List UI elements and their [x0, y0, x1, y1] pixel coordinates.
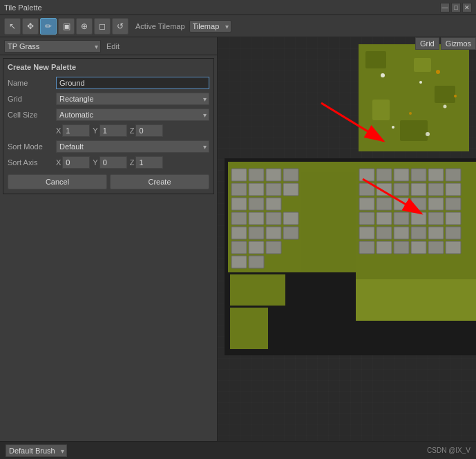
svg-rect-34 — [249, 227, 264, 239]
brush-select[interactable]: Default Brush — [6, 444, 67, 457]
svg-rect-20 — [266, 169, 281, 181]
svg-rect-2 — [365, 51, 386, 68]
svg-rect-74 — [394, 241, 409, 254]
svg-rect-44 — [394, 169, 409, 181]
paint-tool-button[interactable]: ✏ — [40, 18, 57, 35]
cell-size-z-input[interactable] — [135, 124, 163, 137]
grid-button-fixed[interactable]: Grid — [415, 37, 439, 50]
gizmos-button-fixed[interactable]: Gizmos — [441, 37, 476, 50]
svg-rect-82 — [230, 308, 268, 349]
cell-size-x-input[interactable] — [62, 124, 90, 137]
close-button[interactable]: ✕ — [462, 3, 472, 12]
svg-rect-45 — [411, 169, 426, 181]
svg-rect-57 — [411, 198, 426, 210]
svg-rect-67 — [377, 227, 392, 239]
window-controls: — □ ✕ — [440, 3, 472, 12]
erase-tool-button[interactable]: ◻ — [94, 18, 111, 35]
sort-axis-z-item: Z — [130, 156, 164, 169]
svg-rect-25 — [283, 183, 298, 196]
name-label: Name — [8, 79, 56, 87]
create-button[interactable]: Create — [110, 174, 209, 189]
canvas-area[interactable]: Grid Gizmos — [218, 37, 476, 441]
window-title: Tile Palette — [4, 3, 42, 12]
tilemap-select[interactable]: Tilemap — [189, 20, 231, 32]
cell-size-xyz-group: X Y Z — [56, 124, 163, 137]
svg-point-9 — [444, 105, 447, 109]
svg-rect-28 — [266, 198, 281, 210]
sort-axis-y-input[interactable] — [99, 156, 127, 169]
svg-rect-22 — [231, 183, 247, 196]
svg-rect-46 — [428, 169, 444, 181]
svg-point-8 — [419, 81, 422, 84]
svg-rect-76 — [428, 241, 444, 254]
svg-rect-58 — [428, 198, 444, 210]
svg-rect-3 — [414, 58, 431, 72]
sort-axis-z-label: Z — [130, 158, 135, 167]
sort-axis-label: Sort Axis — [8, 158, 37, 167]
dialog-title: Create New Palette — [8, 63, 209, 71]
sort-axis-x-item: X — [56, 156, 90, 169]
svg-rect-73 — [377, 241, 392, 254]
cell-size-y-label: Y — [93, 127, 97, 135]
svg-rect-59 — [446, 198, 461, 210]
cell-size-y-input[interactable] — [99, 124, 127, 137]
cell-size-x-item: X — [56, 124, 90, 137]
svg-rect-54 — [359, 198, 374, 210]
cancel-button[interactable]: Cancel — [8, 174, 107, 189]
create-new-palette-dialog: Create New Palette Name Grid Rectangle H… — [3, 58, 214, 194]
sort-axis-y-label: Y — [93, 158, 97, 167]
svg-rect-55 — [377, 198, 392, 210]
maximize-button[interactable]: □ — [451, 3, 461, 12]
left-panel: TP Grass Edit Create New Palette Name Gr… — [0, 37, 218, 441]
cell-size-select[interactable]: Automatic Manual — [56, 109, 209, 121]
sort-axis-xyz-group: X Y Z — [56, 156, 163, 169]
dialog-buttons: Cancel Create — [8, 174, 209, 189]
sort-axis-x-label: X — [56, 158, 61, 167]
cell-size-dropdown-wrapper: Automatic Manual — [56, 109, 209, 121]
main-toolbar: ↖ ✥ ✏ ▣ ⊕ ◻ ↺ Active Tilemap Tilemap — [0, 15, 476, 37]
svg-rect-6 — [400, 120, 428, 141]
svg-rect-70 — [428, 227, 444, 239]
svg-rect-52 — [428, 183, 444, 196]
svg-rect-72 — [359, 241, 374, 254]
name-input[interactable] — [56, 77, 209, 89]
grass-preview-svg — [359, 44, 469, 151]
active-tilemap-label: Active Tilemap — [135, 22, 185, 30]
svg-rect-48 — [359, 183, 374, 196]
grid-select[interactable]: Rectangle Hexagonal Isometric — [56, 93, 209, 105]
svg-rect-18 — [231, 169, 247, 181]
sort-mode-dropdown-wrapper: Default Custom — [56, 140, 209, 153]
grid-gizmos-fixed: Grid Gizmos — [415, 37, 476, 50]
svg-rect-64 — [428, 212, 444, 225]
move-tool-button[interactable]: ✥ — [22, 18, 39, 35]
svg-rect-40 — [231, 256, 247, 268]
tile-preview-upper — [359, 44, 469, 151]
palette-select[interactable]: TP Grass — [4, 40, 101, 53]
rect-tool-button[interactable]: ▣ — [58, 18, 75, 35]
sort-axis-x-input[interactable] — [62, 156, 90, 169]
fill-tool-button[interactable]: ↺ — [112, 18, 128, 35]
cell-size-row: Cell Size Automatic Manual — [8, 109, 209, 121]
sort-mode-select[interactable]: Default Custom — [56, 140, 209, 153]
cell-size-y-item: Y — [93, 124, 126, 137]
tilemap-lower — [225, 158, 476, 355]
svg-rect-71 — [446, 227, 461, 239]
svg-rect-33 — [231, 227, 247, 239]
svg-rect-37 — [231, 241, 247, 254]
select-tool-button[interactable]: ↖ — [4, 18, 21, 35]
svg-rect-4 — [435, 86, 455, 103]
minimize-button[interactable]: — — [440, 3, 450, 12]
sort-axis-y-item: Y — [93, 156, 126, 169]
svg-rect-39 — [266, 241, 281, 254]
svg-rect-5 — [372, 100, 390, 120]
pick-tool-button[interactable]: ⊕ — [76, 18, 93, 35]
svg-rect-19 — [249, 169, 264, 181]
svg-rect-27 — [249, 198, 264, 210]
svg-rect-30 — [249, 212, 264, 225]
sort-axis-z-input[interactable] — [135, 156, 163, 169]
status-bar: Default Brush CSDN @IX_V — [0, 441, 476, 459]
edit-button[interactable]: Edit — [106, 42, 120, 50]
svg-rect-38 — [249, 241, 264, 254]
sort-axis-row: Sort Axis X Y Z — [8, 156, 209, 169]
svg-rect-65 — [446, 212, 461, 225]
